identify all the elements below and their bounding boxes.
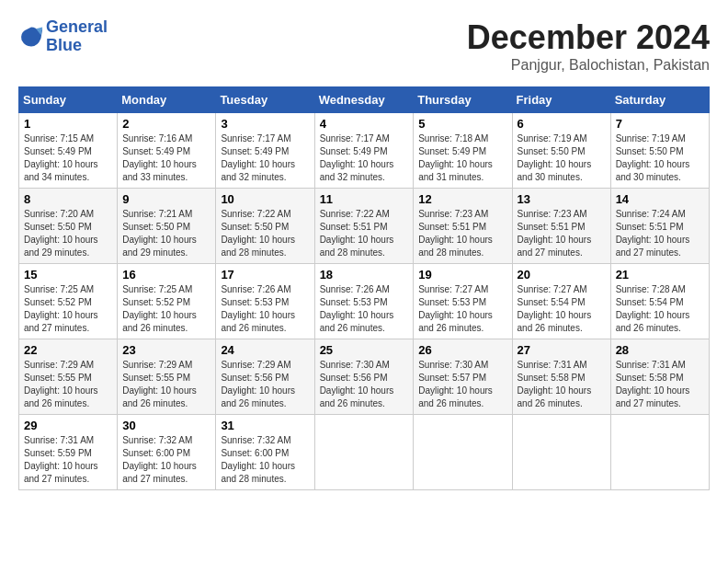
calendar-cell: 22 Sunrise: 7:29 AMSunset: 5:55 PMDaylig…: [19, 339, 118, 415]
day-detail: Sunrise: 7:32 AMSunset: 6:00 PMDaylight:…: [122, 435, 197, 484]
calendar-cell: 1 Sunrise: 7:15 AMSunset: 5:49 PMDayligh…: [19, 113, 118, 189]
day-detail: Sunrise: 7:22 AMSunset: 5:51 PMDaylight:…: [320, 209, 394, 258]
weekday-header: Monday: [118, 87, 216, 113]
calendar-week-row: 29 Sunrise: 7:31 AMSunset: 5:59 PMDaylig…: [19, 415, 710, 490]
calendar-cell: 27 Sunrise: 7:31 AMSunset: 5:58 PMDaylig…: [512, 339, 610, 415]
location-title: Panjgur, Balochistan, Pakistan: [467, 57, 710, 74]
day-detail: Sunrise: 7:17 AMSunset: 5:49 PMDaylight:…: [221, 133, 295, 182]
day-detail: Sunrise: 7:25 AMSunset: 5:52 PMDaylight:…: [24, 284, 98, 333]
calendar-cell: 21 Sunrise: 7:28 AMSunset: 5:54 PMDaylig…: [610, 264, 709, 339]
day-number: 29: [24, 419, 112, 432]
calendar-cell: 23 Sunrise: 7:29 AMSunset: 5:55 PMDaylig…: [118, 339, 216, 415]
day-number: 20: [518, 268, 606, 282]
day-detail: Sunrise: 7:32 AMSunset: 6:00 PMDaylight:…: [221, 435, 295, 484]
day-detail: Sunrise: 7:31 AMSunset: 5:58 PMDaylight:…: [518, 360, 592, 408]
day-detail: Sunrise: 7:31 AMSunset: 5:58 PMDaylight:…: [616, 360, 690, 408]
calendar-week-row: 15 Sunrise: 7:25 AMSunset: 5:52 PMDaylig…: [19, 264, 710, 339]
day-number: 28: [616, 343, 704, 357]
day-detail: Sunrise: 7:21 AMSunset: 5:50 PMDaylight:…: [122, 209, 197, 258]
day-detail: Sunrise: 7:22 AMSunset: 5:50 PMDaylight:…: [221, 209, 295, 258]
calendar-cell: 17 Sunrise: 7:26 AMSunset: 5:53 PMDaylig…: [216, 264, 314, 339]
weekday-header: Friday: [512, 87, 610, 113]
calendar-table: SundayMondayTuesdayWednesdayThursdayFrid…: [18, 86, 710, 490]
day-number: 23: [122, 343, 210, 357]
day-number: 2: [122, 117, 210, 131]
day-detail: Sunrise: 7:26 AMSunset: 5:53 PMDaylight:…: [320, 284, 394, 333]
calendar-cell: 31 Sunrise: 7:32 AMSunset: 6:00 PMDaylig…: [216, 415, 314, 490]
day-detail: Sunrise: 7:16 AMSunset: 5:49 PMDaylight:…: [122, 133, 197, 182]
calendar-cell: 16 Sunrise: 7:25 AMSunset: 5:52 PMDaylig…: [118, 264, 216, 339]
day-number: 3: [221, 117, 309, 131]
day-number: 26: [418, 343, 506, 357]
day-number: 5: [418, 117, 506, 131]
calendar-cell: 5 Sunrise: 7:18 AMSunset: 5:49 PMDayligh…: [414, 113, 512, 189]
calendar-cell: 14 Sunrise: 7:24 AMSunset: 5:51 PMDaylig…: [610, 189, 709, 264]
calendar-cell: 8 Sunrise: 7:20 AMSunset: 5:50 PMDayligh…: [19, 189, 118, 264]
day-number: 6: [518, 117, 606, 131]
day-detail: Sunrise: 7:23 AMSunset: 5:51 PMDaylight:…: [518, 209, 592, 258]
logo-icon: [18, 24, 44, 50]
calendar-cell: 7 Sunrise: 7:19 AMSunset: 5:50 PMDayligh…: [610, 113, 709, 189]
calendar-week-row: 22 Sunrise: 7:29 AMSunset: 5:55 PMDaylig…: [19, 339, 710, 415]
day-detail: Sunrise: 7:29 AMSunset: 5:56 PMDaylight:…: [221, 360, 295, 408]
weekday-header: Sunday: [19, 87, 118, 113]
calendar-week-row: 1 Sunrise: 7:15 AMSunset: 5:49 PMDayligh…: [19, 113, 710, 189]
day-detail: Sunrise: 7:26 AMSunset: 5:53 PMDaylight:…: [221, 284, 295, 333]
weekday-header: Saturday: [610, 87, 709, 113]
weekday-header: Wednesday: [314, 87, 414, 113]
calendar-cell: 3 Sunrise: 7:17 AMSunset: 5:49 PMDayligh…: [216, 113, 314, 189]
logo: General Blue: [18, 18, 108, 55]
calendar-cell: 6 Sunrise: 7:19 AMSunset: 5:50 PMDayligh…: [512, 113, 610, 189]
day-detail: Sunrise: 7:19 AMSunset: 5:50 PMDaylight:…: [518, 133, 592, 182]
calendar-cell: 15 Sunrise: 7:25 AMSunset: 5:52 PMDaylig…: [19, 264, 118, 339]
day-detail: Sunrise: 7:29 AMSunset: 5:55 PMDaylight:…: [122, 360, 197, 408]
day-number: 25: [320, 343, 409, 357]
month-title: December 2024: [467, 18, 710, 57]
calendar-cell: 4 Sunrise: 7:17 AMSunset: 5:49 PMDayligh…: [314, 113, 414, 189]
calendar-header-row: SundayMondayTuesdayWednesdayThursdayFrid…: [19, 87, 710, 113]
calendar-cell: 24 Sunrise: 7:29 AMSunset: 5:56 PMDaylig…: [216, 339, 314, 415]
day-detail: Sunrise: 7:30 AMSunset: 5:56 PMDaylight:…: [320, 360, 394, 408]
day-number: 17: [221, 268, 309, 282]
calendar-cell: 19 Sunrise: 7:27 AMSunset: 5:53 PMDaylig…: [414, 264, 512, 339]
day-number: 15: [24, 268, 112, 282]
calendar-cell: [610, 415, 709, 490]
day-detail: Sunrise: 7:15 AMSunset: 5:49 PMDaylight:…: [24, 133, 98, 182]
calendar-cell: [512, 415, 610, 490]
day-detail: Sunrise: 7:31 AMSunset: 5:59 PMDaylight:…: [24, 435, 98, 484]
day-number: 30: [122, 419, 210, 432]
day-detail: Sunrise: 7:28 AMSunset: 5:54 PMDaylight:…: [616, 284, 690, 333]
calendar-cell: 25 Sunrise: 7:30 AMSunset: 5:56 PMDaylig…: [314, 339, 414, 415]
title-section: December 2024 Panjgur, Balochistan, Paki…: [467, 18, 710, 74]
day-number: 8: [24, 192, 112, 206]
calendar-week-row: 8 Sunrise: 7:20 AMSunset: 5:50 PMDayligh…: [19, 189, 710, 264]
calendar-cell: 13 Sunrise: 7:23 AMSunset: 5:51 PMDaylig…: [512, 189, 610, 264]
day-number: 4: [320, 117, 409, 131]
day-number: 21: [616, 268, 704, 282]
day-detail: Sunrise: 7:24 AMSunset: 5:51 PMDaylight:…: [616, 209, 690, 258]
calendar-cell: 20 Sunrise: 7:27 AMSunset: 5:54 PMDaylig…: [512, 264, 610, 339]
calendar-cell: 2 Sunrise: 7:16 AMSunset: 5:49 PMDayligh…: [118, 113, 216, 189]
day-number: 16: [122, 268, 210, 282]
day-number: 13: [518, 192, 606, 206]
calendar-cell: [314, 415, 414, 490]
calendar-cell: 18 Sunrise: 7:26 AMSunset: 5:53 PMDaylig…: [314, 264, 414, 339]
day-number: 9: [122, 192, 210, 206]
day-detail: Sunrise: 7:25 AMSunset: 5:52 PMDaylight:…: [122, 284, 197, 333]
weekday-header: Tuesday: [216, 87, 314, 113]
calendar-cell: 11 Sunrise: 7:22 AMSunset: 5:51 PMDaylig…: [314, 189, 414, 264]
day-number: 12: [418, 192, 506, 206]
day-detail: Sunrise: 7:30 AMSunset: 5:57 PMDaylight:…: [418, 360, 493, 408]
day-number: 19: [418, 268, 506, 282]
day-detail: Sunrise: 7:19 AMSunset: 5:50 PMDaylight:…: [616, 133, 690, 182]
day-number: 7: [616, 117, 704, 131]
day-number: 31: [221, 419, 309, 432]
day-number: 18: [320, 268, 409, 282]
calendar-cell: 30 Sunrise: 7:32 AMSunset: 6:00 PMDaylig…: [118, 415, 216, 490]
day-detail: Sunrise: 7:29 AMSunset: 5:55 PMDaylight:…: [24, 360, 98, 408]
calendar-cell: 26 Sunrise: 7:30 AMSunset: 5:57 PMDaylig…: [414, 339, 512, 415]
day-detail: Sunrise: 7:27 AMSunset: 5:53 PMDaylight:…: [418, 284, 493, 333]
page-header: General Blue December 2024 Panjgur, Balo…: [18, 18, 710, 79]
calendar-cell: 28 Sunrise: 7:31 AMSunset: 5:58 PMDaylig…: [610, 339, 709, 415]
logo-text: General Blue: [46, 18, 108, 55]
